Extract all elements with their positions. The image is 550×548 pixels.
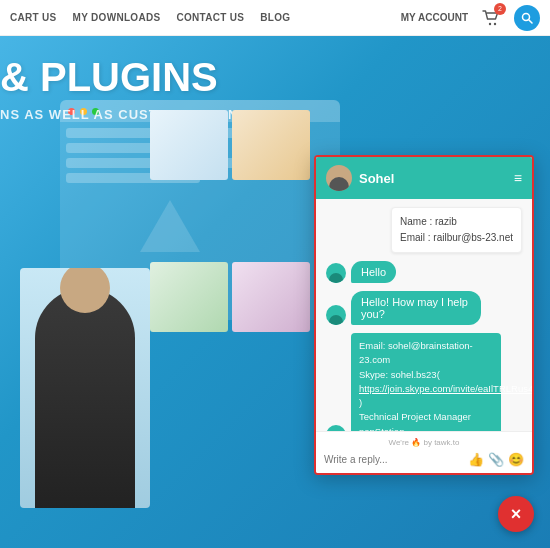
person-image [20,268,150,508]
search-button[interactable] [514,5,540,31]
chat-bubble-1: Hello [351,261,396,283]
svg-point-0 [489,22,491,24]
thumb-2 [232,110,310,180]
emoji-icon[interactable]: 😊 [508,452,524,467]
thumb-4 [232,262,310,332]
chat-info-box: Name : razib Email : railbur@bs-23.net [391,207,522,253]
thumbs-up-icon[interactable]: 👍 [468,452,484,467]
chat-agent-avatar [326,165,352,191]
navbar: CART US MY DOWNLOADS CONTACT US BLOG MY … [0,0,550,36]
chat-body: Name : razib Email : railbur@bs-23.net H… [316,199,532,431]
chat-email-line: Email: sohel@brainstation-23.com [359,339,493,368]
chat-bubble-2: Hello! How may I help you? [351,291,481,325]
chat-skype-line: Skype: sohel.bs23(https://join.skype.com… [359,368,493,411]
chat-message-2: Hello! How may I help you? [326,291,522,325]
nav-item-blog[interactable]: BLOG [260,12,290,23]
chat-header: Sohel ≡ [316,157,532,199]
chat-reply-input[interactable] [324,454,464,465]
chat-msg-avatar-2 [326,305,346,325]
nav-item-cart[interactable]: CART US [10,12,57,23]
person-silhouette [35,288,135,508]
hero-title: & PLUGINS [0,55,248,99]
chat-bubble-3: Email: sohel@brainstation-23.com Skype: … [351,333,501,431]
chat-menu-icon[interactable]: ≡ [514,170,522,186]
chat-widget: Sohel ≡ Name : razib Email : railbur@bs-… [314,155,534,475]
svg-point-1 [494,22,496,24]
nav-right: MY ACCOUNT 2 [401,5,540,31]
cart-icon[interactable]: 2 [480,7,502,29]
chat-powered: We're 🔥 by tawk.to [324,438,524,447]
nav-item-contact[interactable]: CONTACT US [176,12,244,23]
chat-title-line: Technical Project Manager [359,410,493,424]
chat-skype-link[interactable]: https://join.skype.com/invite/eaIlTRLRus… [359,383,532,394]
avatar-body [329,177,349,191]
nav-account[interactable]: MY ACCOUNT [401,12,468,23]
svg-line-3 [529,19,533,23]
person-head [60,268,110,313]
chat-message-3: Email: sohel@brainstation-23.com Skype: … [326,333,522,431]
msg-avatar-body-2 [329,315,343,325]
nav-left: CART US MY DOWNLOADS CONTACT US BLOG [10,12,290,23]
nav-item-downloads[interactable]: MY DOWNLOADS [73,12,161,23]
chat-footer: We're 🔥 by tawk.to 👍 📎 😊 [316,431,532,473]
chat-agent-name: Sohel [359,171,394,186]
cart-badge: 2 [494,3,506,15]
attachment-icon[interactable]: 📎 [488,452,504,467]
chat-info-name: Name : razib [400,214,513,230]
chat-header-left: Sohel [326,165,394,191]
thumb-3 [150,262,228,332]
msg-avatar-body-1 [329,273,343,283]
chat-msg-avatar-1 [326,263,346,283]
chat-input-row: 👍 📎 😊 [324,452,524,467]
thumb-1 [150,110,228,180]
chat-info-email: Email : railbur@bs-23.net [400,230,513,246]
close-icon: × [511,505,522,523]
close-button[interactable]: × [498,496,534,532]
chat-action-icons: 👍 📎 😊 [468,452,524,467]
chat-message-1: Hello [326,261,522,283]
thumb-grid [150,110,310,410]
